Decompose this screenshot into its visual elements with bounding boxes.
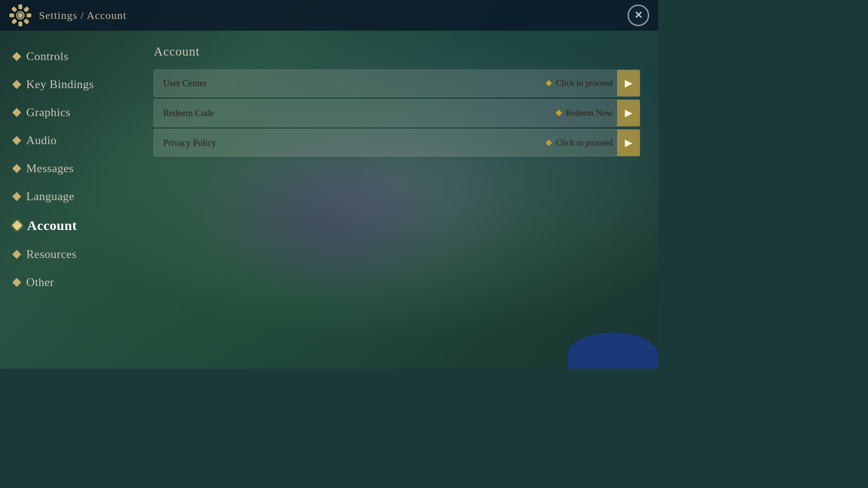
sidebar-item-messages[interactable]: Messages [9,156,127,181]
svg-rect-1 [19,5,22,9]
redeem-code-label: Redeem Code [154,108,552,118]
diamond-icon [12,250,21,259]
diamond-icon [12,80,21,89]
sidebar-item-label: Account [27,218,77,233]
row-diamond-divider [542,141,556,145]
privacy-policy-action-label: Click to proceed [556,138,613,148]
privacy-policy-row[interactable]: Privacy Policy Click to proceed ▶ [154,129,640,156]
redeem-code-row[interactable]: Redeem Code Redeem Now ▶ [154,99,640,127]
sidebar-item-label: Language [26,190,75,203]
sidebar: Controls Key Bindings Graphics Audio Mes… [0,31,136,369]
sidebar-item-account[interactable]: Account [9,212,127,239]
redeem-code-action-label: Redeem Now [566,108,613,118]
redeem-code-action: Redeem Now ▶ [552,99,640,127]
sidebar-item-label: Audio [26,134,57,147]
sidebar-item-label: Graphics [26,106,71,119]
main-content: Account User Center Click to proceed ▶ R… [136,31,658,369]
user-center-action-label: Click to proceed [556,78,613,88]
svg-rect-8 [12,7,17,12]
svg-rect-3 [27,14,31,17]
diamond-icon [12,136,21,145]
active-diamond-icon [12,221,23,231]
user-center-label: User Center [154,78,542,89]
svg-rect-6 [12,19,17,23]
svg-rect-2 [24,7,28,12]
user-center-row[interactable]: User Center Click to proceed ▶ [154,70,640,97]
sidebar-item-label: Messages [26,162,74,175]
sidebar-item-label: Other [26,276,54,289]
sidebar-item-controls[interactable]: Controls [9,44,127,69]
sidebar-item-resources[interactable]: Resources [9,242,127,267]
diamond-icon [12,164,21,173]
sidebar-item-label: Key Bindings [26,78,94,91]
svg-rect-4 [24,19,28,23]
sidebar-item-label: Resources [26,248,76,261]
header-bar: Settings / Account ✕ [0,0,658,31]
header-title: Settings / Account [39,9,127,22]
sidebar-item-audio[interactable]: Audio [9,128,127,153]
svg-point-10 [19,14,22,17]
privacy-policy-label: Privacy Policy [154,138,542,148]
settings-icon [9,4,32,27]
sidebar-item-language[interactable]: Language [9,184,127,209]
section-title: Account [154,44,640,59]
sidebar-item-other[interactable]: Other [9,270,127,295]
diamond-icon [12,52,21,61]
row-diamond-divider [542,81,556,85]
svg-rect-5 [19,22,22,26]
sidebar-item-label: Controls [26,50,69,63]
close-button[interactable]: ✕ [627,5,649,26]
diamond-icon [12,278,21,287]
user-center-action: Click to proceed ▶ [542,70,640,97]
privacy-policy-action: Click to proceed ▶ [542,129,640,156]
user-center-arrow[interactable]: ▶ [617,70,640,97]
gold-diamond-icon [546,80,552,86]
privacy-policy-arrow[interactable]: ▶ [617,129,640,156]
diamond-icon [12,192,21,201]
sidebar-item-key-bindings[interactable]: Key Bindings [9,72,127,97]
gold-diamond-icon [546,140,552,146]
redeem-code-arrow[interactable]: ▶ [617,99,640,127]
svg-rect-7 [10,14,14,17]
row-diamond-divider [552,111,566,115]
gold-diamond-icon [556,110,562,116]
sidebar-item-graphics[interactable]: Graphics [9,100,127,125]
diamond-icon [12,108,21,117]
